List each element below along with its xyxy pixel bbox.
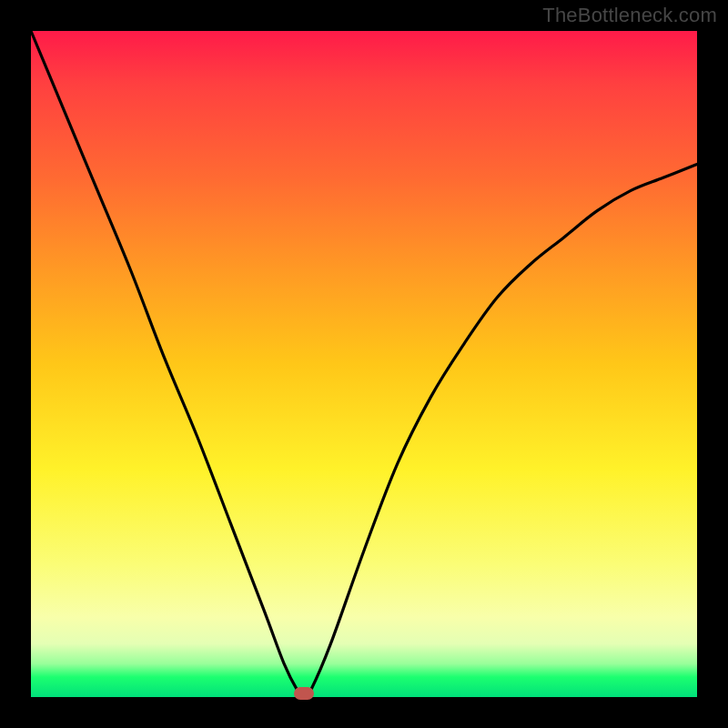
bottleneck-marker [294,687,314,700]
bottleneck-curve [31,31,697,697]
chart-frame: TheBottleneck.com [0,0,728,728]
plot-area [31,31,697,697]
watermark-text: TheBottleneck.com [542,4,717,27]
curve-svg [31,31,697,697]
